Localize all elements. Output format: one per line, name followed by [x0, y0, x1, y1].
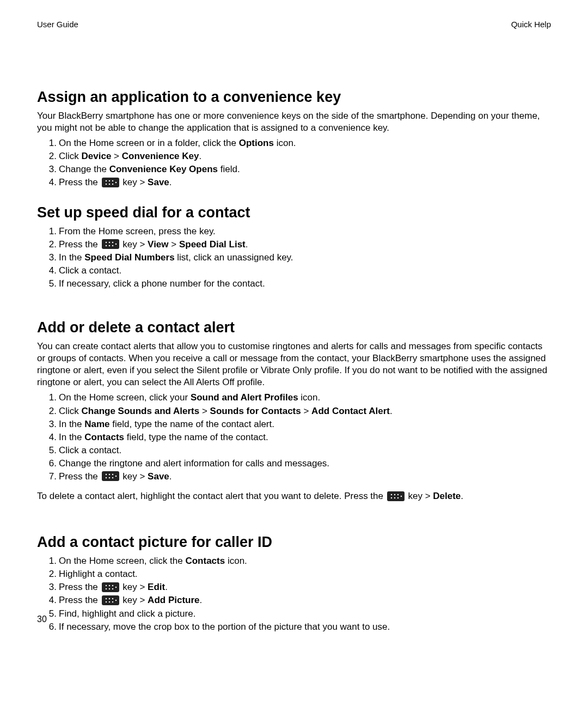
- bold-text: Convenience Key: [122, 151, 199, 161]
- bold-text: Options: [239, 138, 274, 148]
- bold-text: Delete: [433, 491, 461, 501]
- bold-text: Contacts: [84, 432, 124, 442]
- step-item: Press the key > View > Speed Dial List.: [59, 239, 551, 251]
- blackberry-menu-icon: [102, 178, 119, 187]
- step-item: On the Home screen, click your Sound and…: [59, 392, 551, 404]
- step-item: On the Home screen, click the Contacts i…: [59, 555, 551, 567]
- bold-text: Edit: [148, 582, 165, 592]
- document-body: Assign an application to a convenience k…: [37, 89, 551, 633]
- bold-text: Sounds for Contacts: [210, 406, 301, 416]
- step-list: On the Home screen, click the Contacts i…: [37, 555, 551, 633]
- section-intro: You can create contact alerts that allow…: [37, 340, 551, 388]
- blackberry-menu-icon: [102, 582, 119, 592]
- section-intro: Your BlackBerry smartphone has one or mo…: [37, 110, 551, 134]
- step-item: Find, highlight and click a picture.: [59, 608, 551, 620]
- step-item: Press the key > Save.: [59, 471, 551, 483]
- bold-text: Sound and Alert Profiles: [191, 392, 298, 403]
- step-item: From the Home screen, press the key.: [59, 226, 551, 238]
- step-item: Press the key > Edit.: [59, 581, 551, 593]
- section-heading: Add or delete a contact alert: [37, 319, 551, 336]
- bold-text: Save: [148, 471, 169, 482]
- bold-text: Device: [82, 151, 112, 161]
- bold-text: Add Contact Alert: [311, 406, 390, 416]
- step-list: From the Home screen, press the key.Pres…: [37, 226, 551, 290]
- step-item: If necessary, click a phone number for t…: [59, 278, 551, 290]
- bold-text: Contacts: [185, 556, 225, 566]
- step-item: Change the ringtone and alert informatio…: [59, 458, 551, 470]
- blackberry-menu-icon: [387, 491, 405, 501]
- header-left: User Guide: [37, 20, 78, 29]
- step-item: Click a contact.: [59, 265, 551, 277]
- step-list: On the Home screen or in a folder, click…: [37, 137, 551, 188]
- bold-text: Speed Dial Numbers: [84, 252, 174, 263]
- step-item: In the Contacts field, type the name of …: [59, 431, 551, 443]
- bold-text: Convenience Key Opens: [109, 164, 218, 174]
- bold-text: View: [148, 239, 168, 249]
- step-item: Click a contact.: [59, 445, 551, 457]
- blackberry-menu-icon: [102, 595, 119, 605]
- step-item: In the Name field, type the name of the …: [59, 418, 551, 430]
- step-item: In the Speed Dial Numbers list, click an…: [59, 252, 551, 264]
- step-item: Click Change Sounds and Alerts > Sounds …: [59, 405, 551, 417]
- page-number: 30: [37, 614, 47, 624]
- blackberry-menu-icon: [102, 471, 119, 481]
- section-heading: Set up speed dial for a contact: [37, 204, 551, 221]
- step-item: Click Device > Convenience Key.: [59, 150, 551, 162]
- bold-text: Change Sounds and Alerts: [82, 406, 200, 416]
- bold-text: Name: [84, 419, 109, 429]
- step-item: Press the key > Add Picture.: [59, 594, 551, 606]
- step-item: Change the Convenience Key Opens field.: [59, 163, 551, 175]
- step-item: On the Home screen or in a folder, click…: [59, 137, 551, 149]
- step-list: On the Home screen, click your Sound and…: [37, 392, 551, 483]
- step-item: Highlight a contact.: [59, 568, 551, 580]
- header-right: Quick Help: [511, 20, 551, 29]
- section-afternote: To delete a contact alert, highlight the…: [37, 490, 551, 502]
- section-heading: Add a contact picture for caller ID: [37, 534, 551, 551]
- section-heading: Assign an application to a convenience k…: [37, 89, 551, 106]
- bold-text: Add Picture: [148, 595, 199, 605]
- bold-text: Save: [148, 177, 169, 187]
- step-item: Press the key > Save.: [59, 176, 551, 188]
- step-item: If necessary, move the crop box to the p…: [59, 621, 551, 633]
- blackberry-menu-icon: [102, 239, 119, 249]
- bold-text: Speed Dial List: [179, 239, 246, 249]
